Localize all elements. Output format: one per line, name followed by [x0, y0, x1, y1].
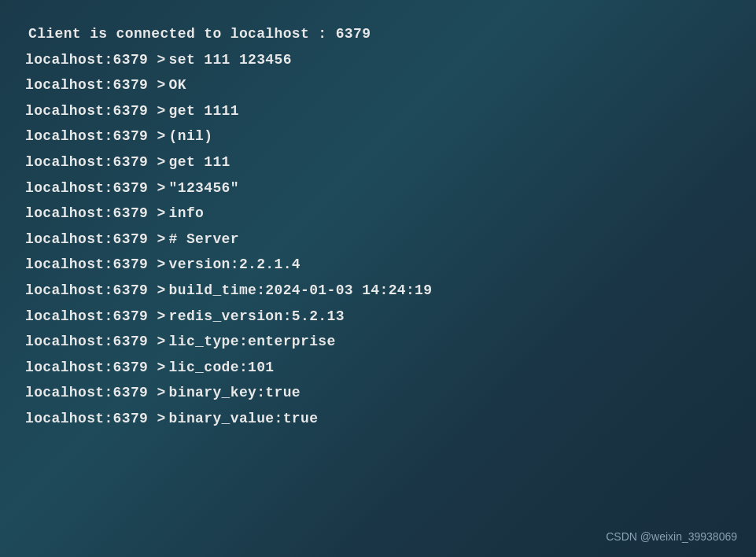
command-text: Client is connected to localhost : 6379	[28, 22, 371, 46]
prompt: localhost:6379 >	[25, 227, 166, 252]
terminal-line: localhost:6379 >binary_key:true	[25, 381, 731, 405]
command-text: lic_type:enterprise	[169, 330, 336, 354]
command-text: version:2.2.1.4	[169, 253, 301, 277]
prompt: localhost:6379 >	[25, 201, 166, 226]
prompt: localhost:6379 >	[25, 356, 166, 380]
command-text: # Server	[169, 227, 239, 252]
prompt: localhost:6379 >	[25, 48, 166, 72]
terminal-line: localhost:6379 >set 111 123456	[25, 48, 731, 72]
terminal-line: localhost:6379 ># Server	[25, 227, 731, 252]
terminal-line: localhost:6379 >info	[25, 201, 731, 226]
terminal-line: localhost:6379 >version:2.2.1.4	[25, 253, 731, 277]
terminal-line: localhost:6379 >OK	[25, 73, 731, 98]
command-text: binary_value:true	[169, 407, 319, 431]
command-text: set 111 123456	[169, 48, 292, 72]
prompt: localhost:6379 >	[25, 304, 166, 329]
command-text: build_time:2024-01-03 14:24:19	[169, 278, 433, 303]
terminal-line: localhost:6379 >get 1111	[25, 99, 731, 124]
command-text: lic_code:101	[169, 356, 275, 380]
terminal-line: localhost:6379 >lic_type:enterprise	[25, 330, 731, 354]
command-text: redis_version:5.2.13	[169, 304, 345, 329]
watermark: CSDN @weixin_39938069	[606, 530, 737, 543]
terminal-line: localhost:6379 >binary_value:true	[25, 407, 731, 431]
prompt: localhost:6379 >	[25, 73, 166, 98]
command-text: OK	[169, 73, 186, 98]
terminal-line: localhost:6379 >lic_code:101	[25, 356, 731, 380]
command-text: get 111	[169, 150, 230, 175]
terminal-line: localhost:6379 >build_time:2024-01-03 14…	[25, 278, 731, 303]
prompt: localhost:6379 >	[25, 99, 166, 124]
terminal-line: localhost:6379 >redis_version:5.2.13	[25, 304, 731, 329]
terminal-line: localhost:6379 >"123456"	[25, 176, 731, 201]
terminal-line: localhost:6379 >get 111	[25, 150, 731, 175]
prompt: localhost:6379 >	[25, 330, 166, 354]
terminal-container: Client is connected to localhost : 6379l…	[25, 22, 731, 433]
prompt: localhost:6379 >	[25, 124, 166, 149]
prompt: localhost:6379 >	[25, 253, 166, 277]
command-text: binary_key:true	[169, 381, 301, 405]
terminal-line: localhost:6379 >(nil)	[25, 124, 731, 149]
prompt: localhost:6379 >	[25, 278, 166, 303]
prompt: localhost:6379 >	[25, 150, 166, 175]
command-text: "123456"	[169, 176, 239, 201]
prompt: localhost:6379 >	[25, 176, 166, 201]
prompt: localhost:6379 >	[25, 381, 166, 405]
command-text: info	[169, 201, 205, 226]
terminal-line: Client is connected to localhost : 6379	[25, 22, 731, 46]
command-text: (nil)	[169, 124, 213, 149]
command-text: get 1111	[169, 99, 239, 124]
prompt: localhost:6379 >	[25, 407, 166, 431]
